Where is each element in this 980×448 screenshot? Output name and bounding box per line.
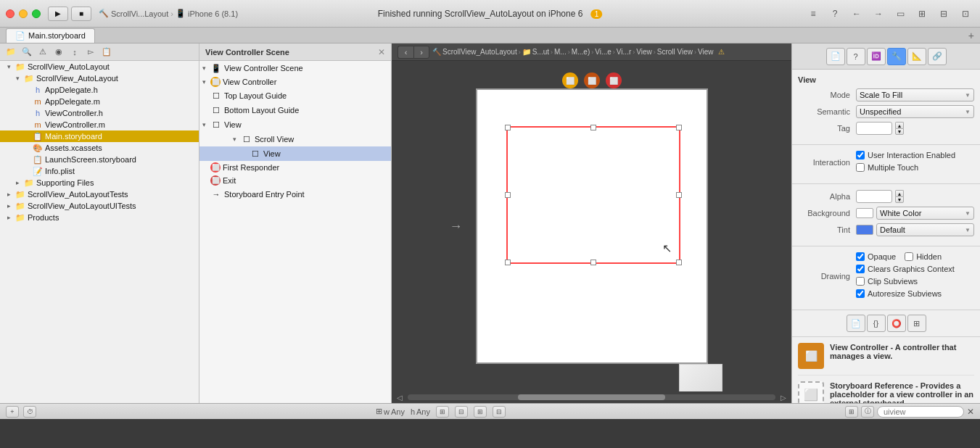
search-nav-icon[interactable]: 🔍 (20, 46, 33, 59)
back-nav-icon[interactable]: ← (848, 7, 865, 20)
inspector-tab-size[interactable]: 📐 (907, 48, 926, 65)
bc-item-8[interactable]: Scroll View (657, 48, 693, 56)
vc-circle-icon-red[interactable]: ⬜ (606, 72, 622, 88)
scene-panel-close-button[interactable]: ✕ (378, 47, 385, 57)
tree-item-infoplist[interactable]: 📝 Info.plist (0, 165, 199, 177)
scroll-left-icon[interactable]: ◁ (395, 392, 405, 402)
tree-item-assets[interactable]: 🎨 Assets.xcassets (0, 142, 199, 154)
git-nav-icon[interactable]: ↕ (68, 46, 81, 59)
add-tab-button[interactable]: + (968, 30, 974, 41)
scene-item-top-layout[interactable]: ☐ Top Layout Guide (199, 88, 391, 103)
tint-color-swatch[interactable] (856, 225, 873, 235)
object-search-input[interactable] (877, 406, 964, 418)
bc-item-9[interactable]: View (698, 48, 714, 56)
user-interaction-checkbox[interactable] (856, 151, 865, 159)
tree-item-viewcontroller-m[interactable]: m ViewController.m (0, 119, 199, 130)
stop-button[interactable]: ■ (71, 7, 91, 21)
background-color-swatch[interactable] (856, 208, 873, 218)
inspector-tab-identity[interactable]: 🆔 (867, 48, 886, 65)
scene-item-scrollview[interactable]: ☐ Scroll View (199, 132, 391, 146)
run-button[interactable]: ▶ (48, 7, 68, 21)
tree-item-appdelegate-m[interactable]: m AppDelegate.m (0, 96, 199, 107)
help-icon[interactable]: ? (826, 7, 844, 20)
report-icon[interactable]: 📋 (100, 46, 113, 59)
breakpoint-icon[interactable]: ▻ (84, 46, 97, 59)
search-clear-icon[interactable]: ✕ (967, 407, 974, 417)
scene-item-first-responder[interactable]: ⬜ First Responder (199, 161, 391, 174)
tag-stepper[interactable]: ▲ ▼ (895, 122, 904, 135)
bc-item-4[interactable]: M...e) (572, 48, 590, 56)
tint-select[interactable]: Default ▼ (876, 223, 974, 236)
opaque-checkbox[interactable] (856, 252, 865, 261)
tree-item-scrollview-folder[interactable]: 📁 ScrollView_AutoLayout (0, 72, 199, 84)
scene-item-bottom-layout[interactable]: ☐ Bottom Layout Guide (199, 103, 391, 117)
utility-icon[interactable]: ⊡ (957, 7, 974, 20)
layout-assistant-icon[interactable]: ⊟ (935, 7, 952, 20)
zoom-btn-1[interactable]: ⊞ (436, 406, 449, 418)
tree-item-main-storyboard[interactable]: 📋 Main.storyboard (0, 130, 199, 142)
scene-item-exit[interactable]: ⬜ Exit (199, 174, 391, 187)
stepper-up-icon[interactable]: ▲ (895, 190, 904, 196)
layout-toggle-icon[interactable]: ⊞ (845, 406, 858, 418)
stepper-down-icon[interactable]: ▼ (895, 128, 904, 135)
tree-item-root-project[interactable]: 📁 ScrollView_AutoLayout (0, 61, 199, 72)
alpha-stepper[interactable]: ▲ ▼ (895, 190, 904, 203)
scene-item-vc-scene[interactable]: 📱 View Controller Scene (199, 61, 391, 75)
layout-single-icon[interactable]: ▭ (892, 7, 909, 20)
mode-select[interactable]: Scale To Fill ▼ (856, 88, 974, 101)
statusbar-history-button[interactable]: ⏱ (23, 406, 36, 418)
h-size-btn[interactable]: h Any (411, 407, 430, 416)
main-storyboard-tab[interactable]: 📄 Main.storyboard (6, 28, 95, 43)
background-select[interactable]: White Color ▼ (876, 207, 974, 220)
vc-circle-icon-yellow[interactable]: ⬜ (562, 72, 578, 88)
layout-split-icon[interactable]: ⊞ (913, 7, 931, 20)
canvas-scrollbar-track[interactable] (408, 394, 775, 400)
selected-view[interactable]: ↖ (506, 126, 680, 264)
multiple-touch-checkbox[interactable] (856, 163, 865, 172)
scroll-right-icon[interactable]: ▷ (778, 392, 788, 402)
tree-item-supporting-files[interactable]: 📁 Supporting Files (0, 177, 199, 188)
scene-item-entry-point[interactable]: → Storyboard Entry Point (199, 187, 391, 202)
zoom-btn-2[interactable]: ⊟ (455, 406, 468, 418)
bc-item-6[interactable]: Vi...r (617, 48, 631, 56)
tree-item-uitests[interactable]: 📁 ScrollView_AutoLayoutUITests (0, 200, 199, 212)
scene-item-view[interactable]: ☐ View (199, 117, 391, 132)
hidden-checkbox[interactable] (905, 252, 913, 261)
tree-item-appdelegate-h[interactable]: h AppDelegate.h (0, 84, 199, 96)
inspector-tab-file[interactable]: 📄 (826, 48, 845, 65)
alpha-input[interactable]: 1 (856, 190, 892, 203)
bc-item-7[interactable]: View (636, 48, 652, 56)
toolbar-toggle-icon[interactable]: ≡ (804, 7, 822, 20)
tag-input[interactable]: 0 (856, 122, 892, 135)
folder-icon[interactable]: 📁 (4, 46, 17, 59)
canvas-body[interactable]: ⬜ ⬜ ⬜ → (392, 61, 791, 391)
semantic-select[interactable]: Unspecified ▼ (856, 105, 974, 118)
minimize-button[interactable] (19, 9, 28, 18)
clears-graphics-checkbox[interactable] (856, 265, 865, 273)
canvas-forward-button[interactable]: › (413, 46, 429, 59)
close-button[interactable] (6, 9, 15, 18)
scene-item-inner-view[interactable]: ☐ View (199, 146, 391, 161)
vc-circle-icon-orange[interactable]: ⬜ (584, 72, 600, 88)
warning-nav-icon[interactable]: ⚠ (36, 46, 49, 59)
autoresize-checkbox[interactable] (856, 289, 865, 298)
stepper-up-icon[interactable]: ▲ (895, 122, 904, 128)
inspector-file-tab[interactable]: 📄 (847, 315, 865, 332)
tree-item-viewcontroller-h[interactable]: h ViewController.h (0, 107, 199, 119)
canvas-back-button[interactable]: ‹ (398, 46, 413, 59)
size-btn-group[interactable]: ⊞ w Any (376, 407, 405, 416)
inspector-tab-quick-help[interactable]: ? (847, 48, 865, 65)
forward-nav-icon[interactable]: → (870, 7, 887, 20)
inspector-tab-connections[interactable]: 🔗 (928, 48, 947, 65)
canvas-scrollbar-thumb[interactable] (518, 394, 665, 400)
bc-item-2[interactable]: 📁 S...ut (522, 48, 549, 56)
bc-item-1[interactable]: 🔨 ScrollView_AutoLayout (432, 48, 517, 56)
tree-item-launchscreen[interactable]: 📋 LaunchScreen.storyboard (0, 154, 199, 165)
inspector-toggle-icon[interactable]: ⓘ (861, 406, 874, 418)
zoom-btn-4[interactable]: ⊟ (493, 406, 506, 418)
clip-subviews-checkbox[interactable] (856, 277, 865, 286)
inspector-tab-attributes[interactable]: 🔧 (887, 48, 906, 65)
inspector-circle-tab[interactable]: ⭕ (887, 315, 906, 332)
bc-item-5[interactable]: Vi...e (595, 48, 612, 56)
tree-item-products[interactable]: 📁 Products (0, 212, 199, 223)
